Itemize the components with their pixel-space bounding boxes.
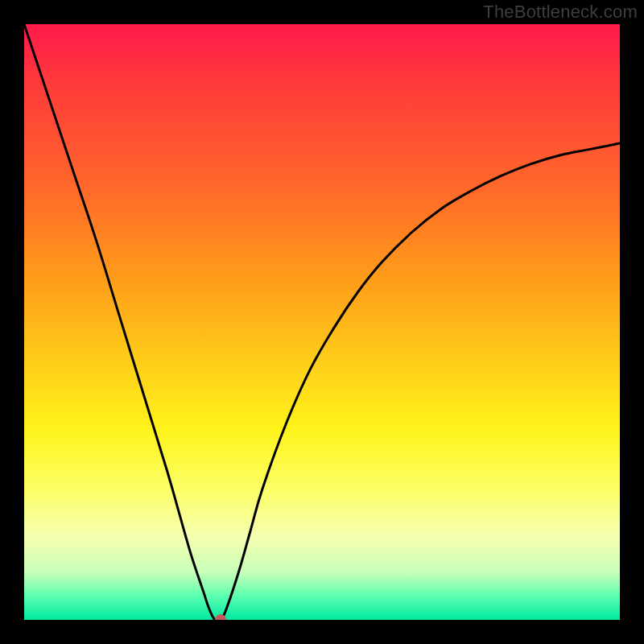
watermark-text: TheBottleneck.com — [483, 2, 638, 23]
optimal-point-marker — [215, 614, 226, 620]
bottleneck-curve — [24, 24, 620, 620]
plot-area — [24, 24, 620, 620]
chart-frame: TheBottleneck.com — [0, 0, 644, 644]
